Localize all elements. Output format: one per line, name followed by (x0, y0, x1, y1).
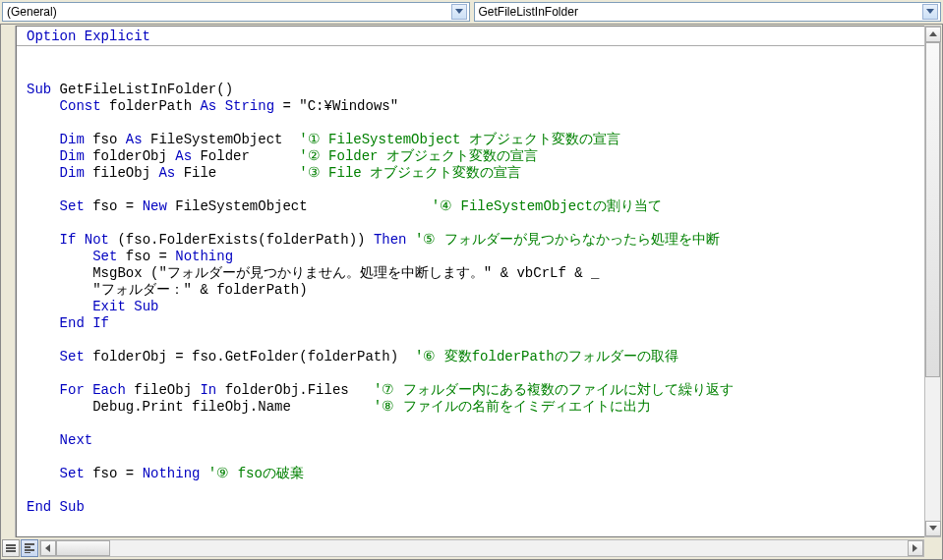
svg-rect-0 (6, 544, 16, 546)
svg-rect-1 (6, 547, 16, 549)
procedure-dropdown[interactable]: GetFileListInFolder (474, 2, 942, 22)
margin-indicator-bar (2, 26, 16, 537)
scroll-corner (924, 539, 941, 557)
svg-rect-4 (25, 546, 30, 548)
scroll-down-icon[interactable] (925, 521, 941, 536)
svg-rect-2 (6, 550, 16, 552)
vscroll-thumb[interactable] (925, 42, 940, 377)
object-dropdown[interactable]: (General) (2, 2, 470, 22)
vscroll-track[interactable] (925, 42, 940, 521)
scroll-right-icon[interactable] (908, 540, 923, 556)
object-dropdown-label: (General) (7, 5, 451, 19)
bottom-bar (2, 538, 941, 558)
svg-rect-6 (25, 552, 30, 553)
full-module-view-button[interactable] (21, 539, 38, 557)
scroll-left-icon[interactable] (40, 540, 56, 556)
horizontal-scrollbar[interactable] (39, 539, 924, 557)
editor-shell: Option Explicit Sub GetFileListInFolder(… (0, 24, 943, 560)
hscroll-track[interactable] (56, 540, 908, 556)
toolbar: (General) GetFileListInFolder (0, 0, 943, 24)
chevron-down-icon (922, 4, 938, 20)
procedure-view-button[interactable] (2, 539, 20, 557)
scroll-up-icon[interactable] (925, 27, 941, 42)
svg-rect-5 (25, 549, 34, 551)
chevron-down-icon (451, 4, 467, 20)
code-text[interactable]: Option Explicit Sub GetFileListInFolder(… (17, 27, 924, 518)
code-viewport[interactable]: Option Explicit Sub GetFileListInFolder(… (16, 26, 924, 537)
vertical-scrollbar[interactable] (924, 26, 941, 537)
svg-rect-3 (25, 543, 34, 545)
hscroll-thumb[interactable] (56, 540, 110, 556)
procedure-dropdown-label: GetFileListInFolder (479, 5, 923, 19)
